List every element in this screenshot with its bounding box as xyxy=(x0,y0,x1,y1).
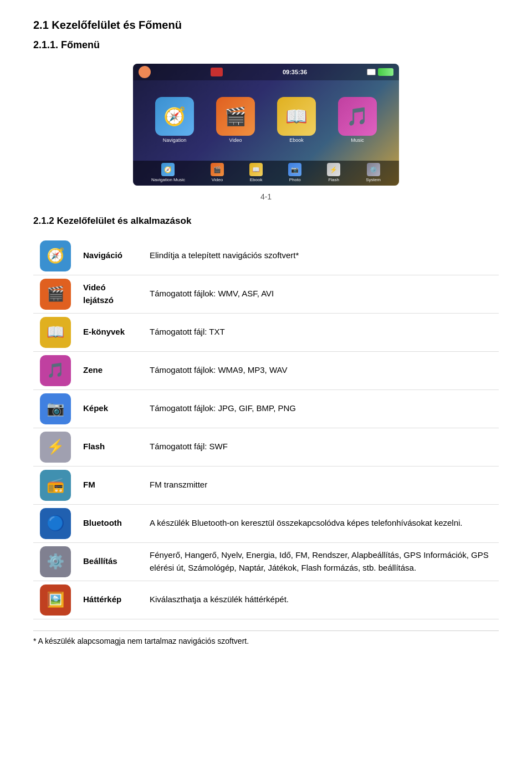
app-desc-beallitas: Fényerő, Hangerő, Nyelv, Energia, Idő, F… xyxy=(144,542,499,581)
table-row: 🧭 Navigáció Elindítja a telepített navig… xyxy=(33,237,499,275)
table-row: 🎵 Zene Támogatott fájlok: WMA9, MP3, WAV xyxy=(33,351,499,389)
app-icon-cell: 🎵 xyxy=(33,351,78,389)
app-icon-cell: 🖼️ xyxy=(33,581,78,619)
bluetooth-app-icon: 🔵 xyxy=(40,508,71,539)
settings-icon xyxy=(139,66,151,78)
app-desc-hatterkep: Kiválaszthatja a készülék háttérképét. xyxy=(144,581,499,619)
app-name-beallitas: Beállítás xyxy=(78,542,144,581)
table-row: 🖼️ Háttérkép Kiválaszthatja a készülék h… xyxy=(33,581,499,619)
screenshot-container: 09:35:36 🧭 Navigation 🎬 Video xyxy=(33,64,499,186)
app-name-navigacio: Navigáció xyxy=(78,237,144,275)
apps-table: 🧭 Navigáció Elindítja a telepített navig… xyxy=(33,237,499,619)
app-name-ebook: E-könyvek xyxy=(78,313,144,351)
nav-app-icon: 🧭 xyxy=(40,240,71,271)
bottom-ebook-icon: 📖 Ebook xyxy=(249,163,263,183)
app-desc-kepek: Támogatott fájlok: JPG, GIF, BMP, PNG xyxy=(144,389,499,428)
app-icon-cell: ⚙️ xyxy=(33,542,78,581)
ebook-icon-large: 📖 Ebook xyxy=(277,97,316,145)
main-icon-row: 🧭 Navigation 🎬 Video 📖 Ebook 🎵 Music xyxy=(144,97,388,145)
app-icon-cell: 🎬 xyxy=(33,275,78,313)
app-icon-cell: 📻 xyxy=(33,466,78,504)
table-row: ⚡ Flash Támogatott fájl: SWF xyxy=(33,428,499,466)
app-name-video: Videólejátszó xyxy=(78,275,144,313)
table-row: 🎬 Videólejátszó Támogatott fájlok: WMV, … xyxy=(33,275,499,313)
video-icon-large: 🎬 Video xyxy=(216,97,255,145)
app-desc-ebook: Támogatott fájl: TXT xyxy=(144,313,499,351)
app-name-kepek: Képek xyxy=(78,389,144,428)
screenshot-box: 09:35:36 🧭 Navigation 🎬 Video xyxy=(133,64,399,186)
app-name-zene: Zene xyxy=(78,351,144,389)
app-desc-navigacio: Elindítja a telepített navigációs szoftv… xyxy=(144,237,499,275)
photo-app-icon: 📷 xyxy=(40,393,71,424)
app-desc-fm: FM transzmitter xyxy=(144,466,499,504)
print-icon xyxy=(367,69,376,75)
music-icon-large: 🎵 Music xyxy=(338,97,377,145)
heading2: 2.1.1. Főmenü xyxy=(33,38,499,53)
wallpaper-app-icon: 🖼️ xyxy=(40,584,71,616)
bottom-photo-icon: 📷 Photo xyxy=(288,163,301,183)
bottom-system-icon: ⚙️ System xyxy=(366,163,381,183)
bottom-nav-icon: 🧭 Navigation Music xyxy=(151,163,185,183)
screen-main-icons: 🧭 Navigation 🎬 Video 📖 Ebook 🎵 Music xyxy=(133,80,399,161)
clock-display: 09:35:36 xyxy=(283,68,307,77)
page-number: 4-1 xyxy=(33,191,499,203)
table-row: 📻 FM FM transzmitter xyxy=(33,466,499,504)
table-row: 📖 E-könyvek Támogatott fájl: TXT xyxy=(33,313,499,351)
settings-app-icon: ⚙️ xyxy=(40,546,71,577)
app-desc-video: Támogatott fájlok: WMV, ASF, AVI xyxy=(144,275,499,313)
heading1: 2.1 Kezelőfelület és Főmenü xyxy=(33,17,499,33)
flash-app-icon: ⚡ xyxy=(40,432,71,463)
bottom-flash-icon: ⚡ Flash xyxy=(327,163,340,183)
app-icon-cell: 🧭 xyxy=(33,237,78,275)
app-name-flash: Flash xyxy=(78,428,144,466)
app-name-hatterkep: Háttérkép xyxy=(78,581,144,619)
video-app-icon: 🎬 xyxy=(40,279,71,310)
table-row: 📷 Képek Támogatott fájlok: JPG, GIF, BMP… xyxy=(33,389,499,428)
table-row: 🔵 Bluetooth A készülék Bluetooth-on kere… xyxy=(33,504,499,542)
table-row: ⚙️ Beállítás Fényerő, Hangerő, Nyelv, En… xyxy=(33,542,499,581)
app-desc-flash: Támogatott fájl: SWF xyxy=(144,428,499,466)
footnote: * A készülék alapcsomagja nem tartalmaz … xyxy=(33,630,499,647)
screen-topbar: 09:35:36 xyxy=(133,64,399,80)
app-desc-zene: Támogatott fájlok: WMA9, MP3, WAV xyxy=(144,351,499,389)
app-icon-cell: 🔵 xyxy=(33,504,78,542)
app-icon-cell: 📷 xyxy=(33,389,78,428)
nav-icon-large: 🧭 Navigation xyxy=(155,97,194,145)
app-desc-bluetooth: A készülék Bluetooth-on keresztül összek… xyxy=(144,504,499,542)
bottom-video-icon: 🎬 Video xyxy=(211,163,224,183)
section2-heading: 2.1.2 Kezelőfelület és alkalmazások xyxy=(33,214,499,228)
app-name-fm: FM xyxy=(78,466,144,504)
app-icon-cell: ⚡ xyxy=(33,428,78,466)
app-icon-cell: 📖 xyxy=(33,313,78,351)
fm-app-icon: 📻 xyxy=(40,470,71,501)
ebook-app-icon: 📖 xyxy=(40,317,71,348)
screen-bottom-bar: 🧭 Navigation Music 🎬 Video 📖 Ebook 📷 Pho… xyxy=(133,161,399,186)
battery-icon xyxy=(378,68,393,76)
app-name-bluetooth: Bluetooth xyxy=(78,504,144,542)
music-app-icon: 🎵 xyxy=(40,355,71,386)
red-button-icon xyxy=(211,68,223,76)
